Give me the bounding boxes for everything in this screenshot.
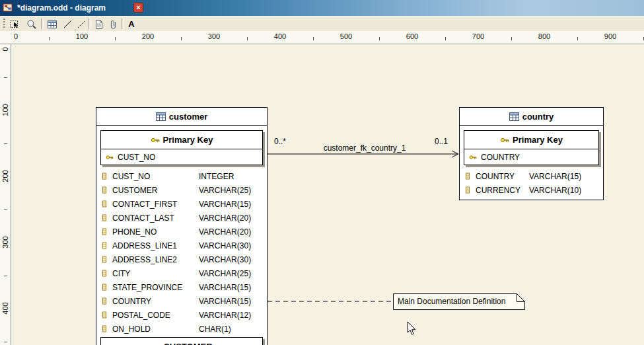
note-text: Main Documentation Definition (398, 297, 505, 306)
column-name: CITY (112, 269, 199, 278)
marquee-select-icon (9, 19, 21, 30)
column-name: POSTAL_CODE (112, 311, 199, 320)
dotted-line-icon (77, 19, 87, 30)
ruler-label: 900 (602, 32, 619, 40)
horizontal-ruler: 0 100 200 300 400 500 600 700 800 900 (11, 31, 644, 44)
toolbar: A (0, 16, 644, 32)
column-name: CONTACT_FIRST (112, 200, 199, 209)
ruler-label: 600 (404, 32, 421, 40)
entity-customer[interactable]: customer Primary Key CUST_NO (96, 107, 268, 345)
column-name: COUNTRY (476, 172, 529, 181)
app-icon (3, 3, 13, 13)
ruler-tick (247, 37, 248, 40)
window-title: *diagram.odd - diagram (17, 3, 106, 13)
entity-country[interactable]: country Primary Key COUNTRY (459, 107, 604, 200)
ruler-label: 300 (1, 234, 10, 251)
ruler-label: 700 (470, 32, 487, 40)
column-row: CONTACT_LAST VARCHAR(20) (96, 211, 267, 225)
ruler-label: 200 (139, 32, 157, 40)
dotted-line-tool-button[interactable] (75, 18, 89, 30)
customer-primary-key-box: Primary Key CUST_NO (100, 130, 263, 165)
column-name: CUSTOMER (112, 186, 199, 195)
table-icon (47, 19, 57, 30)
ruler-tick (4, 143, 7, 144)
column-type: VARCHAR(15) (199, 283, 267, 292)
country-columns: COUNTRY VARCHAR(15) CURRENCY VARCHAR(10) (460, 169, 603, 197)
field-icon (102, 242, 107, 249)
primary-key-field-name: CUST_NO (118, 153, 155, 162)
zoom-icon (26, 19, 37, 30)
attachment-tool-button[interactable] (106, 18, 121, 30)
toolbar-grip[interactable] (3, 19, 5, 29)
column-name: CUST_NO (112, 172, 199, 181)
entity-title: customer (169, 112, 208, 122)
field-icon (465, 172, 470, 180)
key-icon (151, 343, 160, 345)
document-tool-button[interactable] (92, 18, 106, 30)
ruler-tick (4, 210, 7, 210)
column-row: COUNTRY VARCHAR(15) (96, 294, 267, 308)
column-name: ADDRESS_LINE1 (112, 241, 199, 250)
column-type: INTEGER (199, 172, 267, 181)
line-tool-button[interactable] (61, 18, 75, 30)
zoom-tool-button[interactable] (24, 18, 39, 30)
ruler-label: 200 (1, 168, 10, 185)
column-type: VARCHAR(30) (199, 241, 267, 250)
field-icon (102, 200, 107, 208)
table-tool-button[interactable] (45, 18, 59, 30)
column-name: CURRENCY (476, 186, 529, 195)
primary-key-header: Primary Key (101, 131, 262, 149)
column-name: STATE_PROVINCE (112, 283, 199, 292)
primary-key-title: Primary Key (163, 135, 213, 145)
column-type: VARCHAR(10) (529, 186, 603, 195)
diagram-editor-window: *diagram.odd - diagram × (0, 0, 644, 345)
ruler-label: 500 (338, 32, 355, 40)
line-icon (63, 19, 73, 30)
column-row: CONTACT_FIRST VARCHAR(15) (96, 197, 267, 211)
column-type: VARCHAR(15) (199, 297, 267, 306)
column-row: ADDRESS_LINE2 VARCHAR(30) (96, 252, 267, 266)
customer-unique-key-box: CUSTOMER (100, 337, 263, 345)
ruler-tick (445, 37, 446, 40)
window-titlebar[interactable]: *diagram.odd - diagram × (0, 0, 644, 16)
key-icon (151, 136, 160, 144)
column-type: VARCHAR(15) (199, 200, 267, 209)
ruler-label: 100 (1, 102, 10, 119)
relationship-name[interactable]: customer_fk_country_1 (299, 143, 431, 153)
column-name: ON_HOLD (112, 325, 199, 334)
field-icon (102, 284, 107, 291)
primary-key-field: CUST_NO (101, 149, 262, 165)
ruler-tick (4, 276, 7, 276)
column-row: STATE_PROVINCE VARCHAR(15) (96, 280, 267, 294)
column-name: PHONE_NO (112, 227, 199, 237)
ruler-label: 400 (271, 32, 289, 40)
field-icon (102, 256, 107, 263)
close-button[interactable]: × (133, 3, 143, 13)
key-icon (469, 154, 477, 161)
column-row: CUST_NO INTEGER (96, 169, 267, 183)
marquee-select-tool-button[interactable] (8, 18, 22, 30)
primary-key-header: Primary Key (464, 131, 598, 149)
documentation-note[interactable]: Main Documentation Definition (393, 293, 525, 310)
field-icon (102, 297, 107, 305)
field-icon (102, 172, 107, 180)
field-icon (102, 214, 107, 221)
entity-country-header: country (460, 108, 603, 126)
text-tool-icon: A (128, 19, 134, 29)
field-icon (465, 186, 470, 194)
ruler-corner (0, 31, 11, 44)
mouse-cursor (407, 321, 417, 336)
ruler-label: 800 (536, 32, 553, 40)
column-type: VARCHAR(20) (199, 213, 267, 223)
country-primary-key-box: Primary Key COUNTRY (464, 130, 599, 165)
column-row: CURRENCY VARCHAR(10) (460, 183, 603, 197)
document-icon (94, 19, 104, 30)
key-icon (106, 154, 114, 161)
customer-columns: CUST_NO INTEGER CUSTOMER VARCHAR(25) CON… (96, 169, 267, 336)
unique-key-header: CUSTOMER (101, 338, 262, 345)
field-icon (102, 270, 107, 277)
ruler-tick (511, 37, 512, 40)
table-icon (156, 112, 166, 121)
text-tool-button[interactable]: A (124, 18, 139, 30)
ruler-tick (49, 37, 50, 40)
